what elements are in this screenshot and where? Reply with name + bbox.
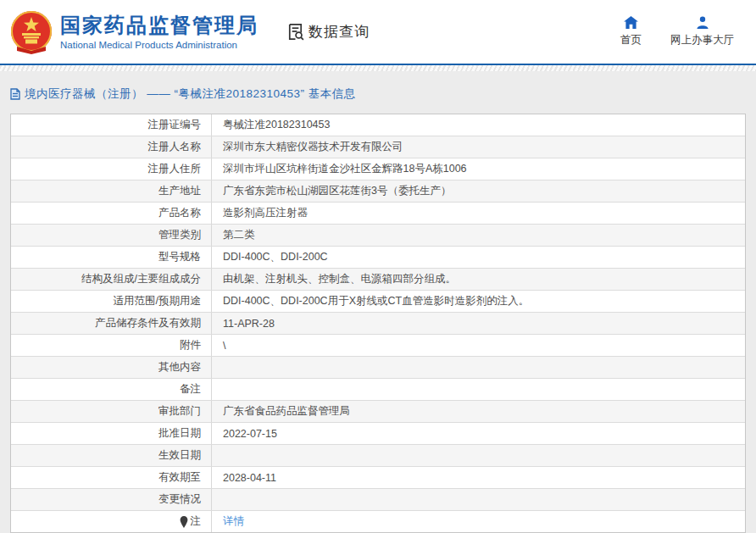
- row-value-cell: 由机架、注射机头、控制盒、电源箱四部分组成。: [212, 269, 745, 290]
- row-value: 第二类: [223, 228, 255, 242]
- content-area: 境内医疗器械（注册） —— “粤械注准20182310453” 基本信息 注册证…: [0, 71, 756, 533]
- row-value: 粤械注准20182310453: [223, 118, 330, 132]
- row-value-cell: 广东省食品药品监督管理局: [212, 401, 745, 422]
- row-value-cell: DDI-400C、DDI-200C用于X射线或CT血管造影时造影剂的注入。: [212, 291, 745, 312]
- row-value-cell: 深圳市东大精密仪器技术开发有限公司: [212, 136, 745, 158]
- document-search-icon: [286, 22, 305, 42]
- row-label: 适用范围/预期用途: [114, 294, 201, 308]
- row-label: 生效日期: [158, 448, 201, 463]
- row-label-cell: 注: [11, 511, 212, 532]
- table-row: 变更情况: [11, 488, 745, 510]
- row-value-cell: 详情: [212, 511, 745, 532]
- row-label: 注册人名称: [148, 140, 202, 154]
- home-icon: [624, 16, 638, 29]
- row-label-cell: 注册人住所: [11, 158, 212, 180]
- table-row: 结构及组成/主要组成成分 由机架、注射机头、控制盒、电源箱四部分组成。: [11, 268, 745, 290]
- org-name-en: National Medical Products Administration: [60, 40, 258, 50]
- row-value-cell: 粤械注准20182310453: [212, 114, 745, 136]
- row-label: 管理类别: [158, 228, 201, 242]
- row-label: 产品名称: [158, 206, 201, 220]
- row-value: DDI-400C、DDI-200C用于X射线或CT血管造影时造影剂的注入。: [223, 294, 529, 308]
- page-title: 境内医疗器械（注册） —— “粤械注准20182310453” 基本信息: [25, 86, 356, 102]
- table-row: 管理类别 第二类: [11, 224, 745, 246]
- table-row: 附件 \: [11, 334, 745, 356]
- row-label: 附件: [180, 338, 201, 353]
- page-document-icon: [10, 88, 20, 100]
- row-value-cell: 11-APR-28: [212, 313, 745, 334]
- row-label-cell: 型号规格: [11, 247, 212, 268]
- row-label: 型号规格: [158, 250, 201, 264]
- row-value: 广东省东莞市松山湖园区花莲街3号（委托生产）: [223, 184, 451, 198]
- row-label-cell: 产品储存条件及有效期: [11, 313, 212, 334]
- row-value-cell: [212, 357, 745, 378]
- nav-service-hall[interactable]: 网上办事大厅: [670, 16, 734, 47]
- table-row: 注册人住所 深圳市坪山区坑梓街道金沙社区金辉路18号A栋1006: [11, 158, 745, 180]
- table-row: 有效期至 2028-04-11: [11, 466, 745, 488]
- nav-home-label: 首页: [620, 33, 642, 47]
- row-label: 注: [191, 514, 202, 529]
- row-value: 广东省食品药品监督管理局: [223, 404, 350, 419]
- row-label: 注册证编号: [148, 118, 202, 132]
- table-row: 生产地址 广东省东莞市松山湖园区花莲街3号（委托生产）: [11, 180, 745, 202]
- row-label-cell: 生效日期: [11, 445, 212, 466]
- row-label: 变更情况: [158, 492, 201, 507]
- table-row: 适用范围/预期用途 DDI-400C、DDI-200C用于X射线或CT血管造影时…: [11, 290, 745, 312]
- row-value-cell: [212, 445, 745, 466]
- page-root: 国家药品监督管理局 National Medical Products Admi…: [0, 0, 756, 533]
- row-label: 产品储存条件及有效期: [95, 316, 201, 330]
- row-label-cell: 结构及组成/主要组成成分: [11, 269, 212, 290]
- nav-home[interactable]: 首页: [620, 16, 642, 47]
- row-label: 批准日期: [158, 426, 201, 441]
- table-row: 生效日期: [11, 444, 745, 466]
- row-label: 其他内容: [158, 360, 201, 375]
- row-label-cell: 管理类别: [11, 225, 212, 246]
- row-label-cell: 备注: [11, 379, 212, 400]
- row-label-cell: 变更情况: [11, 489, 212, 510]
- breadcrumb: 境内医疗器械（注册） —— “粤械注准20182310453” 基本信息: [10, 86, 746, 102]
- table-row: 产品储存条件及有效期 11-APR-28: [11, 312, 745, 334]
- row-value: 11-APR-28: [223, 318, 275, 330]
- row-label-cell: 有效期至: [11, 467, 212, 488]
- table-row: 注册证编号 粤械注准20182310453: [11, 114, 745, 136]
- row-value: DDI-400C、DDI-200C: [223, 250, 328, 264]
- info-table: 注册证编号 粤械注准20182310453 注册人名称 深圳市东大精密仪器技术开…: [10, 114, 746, 533]
- site-header: 国家药品监督管理局 National Medical Products Admi…: [0, 0, 756, 64]
- row-value: 2028-04-11: [223, 472, 276, 484]
- row-label-cell: 批准日期: [11, 423, 212, 444]
- table-row: 批准日期 2022-07-15: [11, 422, 745, 444]
- nmpa-emblem-logo: [8, 9, 54, 55]
- row-value: 由机架、注射机头、控制盒、电源箱四部分组成。: [223, 272, 456, 286]
- row-label: 生产地址: [158, 184, 201, 198]
- table-row: 注 详情: [11, 510, 745, 532]
- person-icon: [696, 16, 709, 29]
- row-value-cell: 第二类: [212, 225, 745, 246]
- row-value: 深圳市坪山区坑梓街道金沙社区金辉路18号A栋1006: [223, 162, 467, 176]
- table-row: 型号规格 DDI-400C、DDI-200C: [11, 246, 745, 268]
- data-query-label: 数据查询: [309, 22, 370, 42]
- row-value-cell: [212, 489, 745, 510]
- row-label: 审批部门: [158, 404, 201, 419]
- data-query-nav[interactable]: 数据查询: [286, 22, 370, 42]
- row-value: 2022-07-15: [223, 428, 277, 440]
- row-value-cell: 2028-04-11: [212, 467, 745, 488]
- row-value: 造影剂高压注射器: [223, 206, 308, 220]
- table-row: 备注: [11, 378, 745, 400]
- table-row: 注册人名称 深圳市东大精密仪器技术开发有限公司: [11, 136, 745, 158]
- table-row: 审批部门 广东省食品药品监督管理局: [11, 400, 745, 422]
- hatched-band: [0, 65, 756, 71]
- detail-link[interactable]: 详情: [223, 514, 244, 529]
- row-label-cell: 注册证编号: [11, 114, 212, 136]
- top-nav: 首页 网上办事大厅: [620, 16, 734, 47]
- row-value: 深圳市东大精密仪器技术开发有限公司: [223, 140, 403, 154]
- row-value-cell: \: [212, 335, 745, 356]
- row-label: 注册人住所: [148, 162, 202, 176]
- row-label-cell: 其他内容: [11, 357, 212, 378]
- row-value-cell: 2022-07-15: [212, 423, 745, 444]
- row-value-cell: [212, 379, 745, 400]
- row-label-cell: 附件: [11, 335, 212, 356]
- row-label-cell: 产品名称: [11, 203, 212, 224]
- row-label: 备注: [180, 382, 201, 397]
- org-titles: 国家药品监督管理局 National Medical Products Admi…: [60, 14, 258, 50]
- row-label-cell: 适用范围/预期用途: [11, 291, 212, 312]
- table-row: 产品名称 造影剂高压注射器: [11, 202, 745, 224]
